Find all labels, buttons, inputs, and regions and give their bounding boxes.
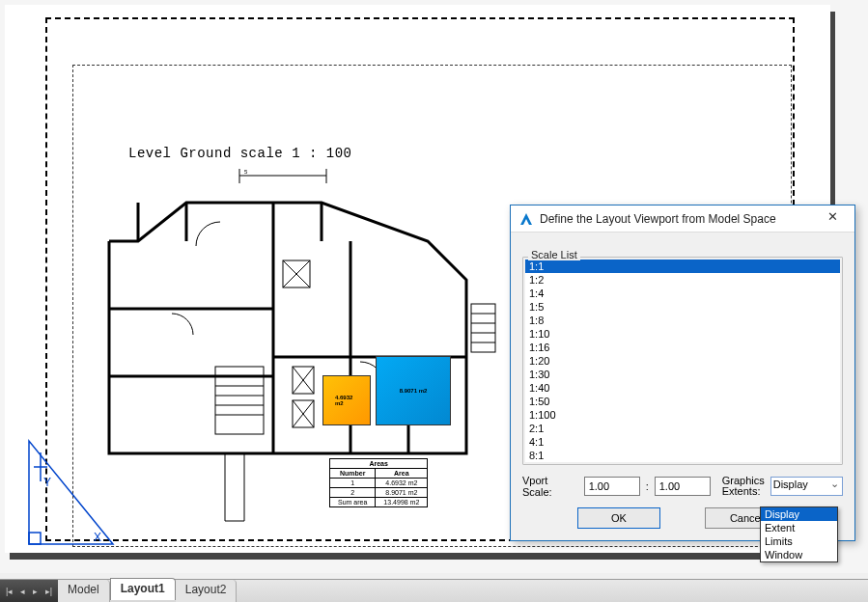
vport-scale-label: Vport Scale: xyxy=(522,475,578,498)
extents-option[interactable]: Limits xyxy=(761,534,837,548)
scale-item: 2:1 xyxy=(525,422,840,435)
dialog-titlebar[interactable]: Define the Layout Viewport from Model Sp… xyxy=(511,205,854,233)
scale-item: 1:40 xyxy=(525,381,840,395)
ucs-triangle-icon: Y X xyxy=(26,433,118,549)
extents-option[interactable]: Window xyxy=(761,548,837,561)
plan-title: Level Ground scale 1 : 100 xyxy=(128,146,351,161)
colon-separator: : xyxy=(646,480,649,492)
scale-item: 1:50 xyxy=(525,395,840,408)
vport-scale-a-input[interactable] xyxy=(584,477,640,496)
tab-first-icon[interactable]: |◂ xyxy=(6,587,13,596)
svg-marker-36 xyxy=(29,441,113,544)
scale-item: 1:5 xyxy=(525,300,840,314)
scale-item: 1:10 xyxy=(525,327,840,341)
layout-tab-bar: |◂ ◂ ▸ ▸| Model Layout1 Layout2 xyxy=(0,579,868,602)
svg-text:X: X xyxy=(94,531,101,544)
graphics-extents-dropdown-list[interactable]: Display Extent Limits Window xyxy=(760,506,838,562)
scale-item: 1:2 xyxy=(525,273,840,287)
svg-rect-37 xyxy=(29,533,41,544)
scale-item: 1:16 xyxy=(525,341,840,354)
tab-next-icon[interactable]: ▸ xyxy=(33,587,38,596)
dialog-title-text: Define the Layout Viewport from Model Sp… xyxy=(540,212,818,226)
scale-item: 1:30 xyxy=(525,368,840,381)
graphics-extents-label: GraphicsExtents: xyxy=(722,476,765,497)
tab-last-icon[interactable]: ▸| xyxy=(45,587,52,596)
tab-model[interactable]: Model xyxy=(58,580,110,602)
scale-listbox[interactable]: 1:1 1:2 1:4 1:5 1:8 1:10 1:16 1:20 1:30 … xyxy=(525,260,840,462)
scale-item: 1:1 xyxy=(525,260,840,273)
area-table: Areas NumberArea 14.6932 m2 28.9071 m2 S… xyxy=(329,458,428,507)
tab-layout1[interactable]: Layout1 xyxy=(110,578,176,600)
extents-option[interactable]: Display xyxy=(761,507,837,521)
graphics-extents-dropdown[interactable]: Display xyxy=(770,477,843,496)
tab-layout2[interactable]: Layout2 xyxy=(176,580,238,602)
vport-scale-b-input[interactable] xyxy=(655,477,711,496)
scale-item: 8:1 xyxy=(525,449,840,462)
define-viewport-dialog: Define the Layout Viewport from Model Sp… xyxy=(510,205,855,541)
ok-button[interactable]: OK xyxy=(577,507,660,529)
tab-prev-icon[interactable]: ◂ xyxy=(20,587,25,596)
extents-option[interactable]: Extent xyxy=(761,521,837,534)
room-highlight-blue: 8.9071 m2 xyxy=(376,356,451,425)
close-icon[interactable]: ✕ xyxy=(818,209,847,229)
scale-item: 4:1 xyxy=(525,435,840,449)
room-highlight-orange: 4.6932 m2 xyxy=(322,375,371,425)
scale-item: 1:100 xyxy=(525,408,840,422)
svg-text:5: 5 xyxy=(244,169,248,175)
app-logo-icon xyxy=(518,211,534,227)
scale-item: 1:8 xyxy=(525,314,840,327)
scale-item: 1:20 xyxy=(525,354,840,368)
scale-item: 1:4 xyxy=(525,287,840,300)
scale-list-label: Scale List xyxy=(528,249,580,260)
tab-nav-controls: |◂ ◂ ▸ ▸| xyxy=(0,580,58,602)
svg-text:Y: Y xyxy=(43,476,51,489)
svg-rect-27 xyxy=(471,304,495,352)
